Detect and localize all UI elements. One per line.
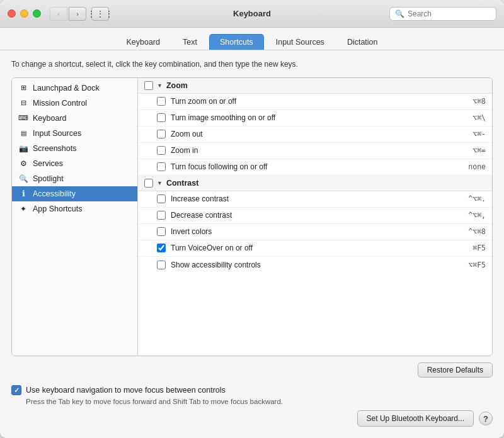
zoom-in-checkbox[interactable]	[157, 146, 166, 155]
main-window: ‹ › ⋮⋮⋮ Keyboard 🔍 Keyboard Text Shortcu…	[0, 0, 504, 438]
zoom-group-checkbox[interactable]	[144, 81, 153, 90]
keyboard-nav-sublabel: Press the Tab key to move focus forward …	[11, 398, 493, 405]
zoom-group-label: Zoom	[166, 81, 188, 90]
sidebar-item-keyboard[interactable]: ⌨ Keyboard	[12, 111, 137, 126]
sidebar-item-label: Keyboard	[33, 114, 67, 123]
back-button[interactable]: ‹	[50, 7, 67, 21]
titlebar: ‹ › ⋮⋮⋮ Keyboard 🔍	[0, 0, 504, 28]
shortcut-key: ⌥⌘F5	[468, 261, 486, 269]
contrast-group-checkbox[interactable]	[144, 179, 153, 188]
keyboard-nav-label: Use keyboard navigation to move focus be…	[26, 386, 226, 395]
search-box[interactable]: 🔍	[389, 7, 496, 21]
shortcut-key: ⌥⌘\	[472, 113, 486, 122]
shortcut-label: Turn focus following on or off	[171, 162, 462, 171]
help-button[interactable]: ?	[479, 412, 493, 425]
sidebar-item-app-shortcuts[interactable]: ✦ App Shortcuts	[12, 201, 137, 216]
shortcut-label: Turn zoom on or off	[171, 97, 466, 106]
nav-buttons: ‹ ›	[50, 7, 86, 21]
sidebar-item-accessibility[interactable]: ℹ Accessibility	[12, 186, 137, 201]
shortcut-key: ^⌥⌘.	[468, 194, 486, 203]
voiceover-checkbox[interactable]	[157, 244, 166, 252]
zoom-triangle-icon: ▼	[157, 82, 163, 89]
sidebar-item-mission-control[interactable]: ⊟ Mission Control	[12, 96, 137, 111]
shortcut-image-smoothing[interactable]: Turn image smoothing on or off ⌥⌘\	[138, 110, 492, 126]
shortcut-zoom-in[interactable]: Zoom in ⌥⌘=	[138, 143, 492, 159]
search-icon: 🔍	[395, 9, 404, 18]
contrast-group-header[interactable]: ▼ Contrast	[138, 176, 492, 191]
services-icon: ⚙	[18, 159, 28, 169]
sidebar-item-label: Input Sources	[33, 129, 81, 138]
sidebar-item-launchpad[interactable]: ⊞ Launchpad & Dock	[12, 81, 137, 96]
footer: Use keyboard navigation to move focus be…	[11, 380, 493, 432]
sidebar-item-services[interactable]: ⚙ Services	[12, 156, 137, 171]
main-panel: ⊞ Launchpad & Dock ⊟ Mission Control ⌨ K…	[11, 77, 493, 356]
search-input[interactable]	[408, 9, 491, 18]
shortcut-key: ⌥⌘8	[472, 97, 486, 106]
footer-bottom: Set Up Bluetooth Keyboard... ?	[11, 410, 493, 427]
forward-button[interactable]: ›	[69, 7, 86, 21]
sidebar-item-label: Accessibility	[33, 189, 76, 198]
shortcut-label: Zoom out	[171, 130, 466, 138]
shortcuts-panel: ▼ Zoom Turn zoom on or off ⌥⌘8 Turn imag…	[138, 78, 492, 356]
maximize-button[interactable]	[33, 9, 41, 18]
focus-following-checkbox[interactable]	[157, 162, 166, 171]
shortcut-key: ^⌥⌘,	[468, 211, 486, 220]
shortcut-key: ^⌥⌘8	[468, 227, 486, 236]
shortcut-key: none	[468, 162, 486, 171]
sidebar-item-spotlight[interactable]: 🔍 Spotlight	[12, 171, 137, 186]
spotlight-icon: 🔍	[18, 174, 28, 184]
sidebar-item-input-sources[interactable]: ▤ Input Sources	[12, 126, 137, 141]
input-sources-icon: ▤	[18, 128, 28, 138]
shortcut-show-accessibility[interactable]: Show accessibility controls ⌥⌘F5	[138, 257, 492, 273]
sidebar-item-label: Launchpad & Dock	[33, 84, 100, 93]
zoom-group-header[interactable]: ▼ Zoom	[138, 78, 492, 94]
tab-input-sources[interactable]: Input Sources	[265, 34, 335, 50]
screenshots-icon: 📷	[18, 143, 28, 154]
keyboard-nav-row: Use keyboard navigation to move focus be…	[11, 385, 493, 395]
decrease-contrast-checkbox[interactable]	[157, 211, 166, 220]
grid-button[interactable]: ⋮⋮⋮	[91, 7, 109, 21]
close-button[interactable]	[8, 9, 16, 18]
shortcut-label: Turn image smoothing on or off	[171, 113, 466, 122]
shortcut-label: Turn VoiceOver on or off	[171, 244, 466, 252]
shortcut-key: ⌥⌘=	[472, 146, 486, 155]
invert-colors-checkbox[interactable]	[157, 227, 166, 236]
shortcut-turn-zoom[interactable]: Turn zoom on or off ⌥⌘8	[138, 94, 492, 110]
turn-zoom-checkbox[interactable]	[157, 97, 166, 106]
window-title: Keyboard	[233, 9, 271, 18]
minimize-button[interactable]	[20, 9, 28, 18]
increase-contrast-checkbox[interactable]	[157, 194, 166, 203]
sidebar-item-label: Screenshots	[33, 144, 76, 153]
instruction-text: To change a shortcut, select it, click t…	[11, 59, 493, 70]
mission-control-icon: ⊟	[18, 98, 28, 108]
shortcut-label: Decrease contrast	[171, 211, 462, 220]
tab-dictation[interactable]: Dictation	[336, 34, 389, 50]
zoom-out-checkbox[interactable]	[157, 130, 166, 138]
app-shortcuts-icon: ✦	[18, 204, 28, 214]
shortcut-key: ⌘F5	[472, 244, 486, 252]
accessibility-icon: ℹ	[18, 189, 28, 199]
shortcut-focus-following[interactable]: Turn focus following on or off none	[138, 159, 492, 176]
tab-text[interactable]: Text	[172, 34, 208, 50]
contrast-triangle-icon: ▼	[157, 180, 163, 186]
image-smoothing-checkbox[interactable]	[157, 113, 166, 122]
content-area: To change a shortcut, select it, click t…	[0, 50, 504, 438]
show-accessibility-checkbox[interactable]	[157, 261, 166, 269]
shortcut-voiceover[interactable]: Turn VoiceOver on or off ⌘F5	[138, 240, 492, 257]
restore-defaults-button[interactable]: Restore Defaults	[418, 362, 493, 378]
sidebar-item-label: Mission Control	[33, 99, 87, 108]
sidebar: ⊞ Launchpad & Dock ⊟ Mission Control ⌨ K…	[12, 78, 138, 356]
shortcut-key: ⌥⌘-	[472, 130, 486, 138]
tabs-bar: Keyboard Text Shortcuts Input Sources Di…	[0, 28, 504, 50]
shortcut-increase-contrast[interactable]: Increase contrast ^⌥⌘.	[138, 191, 492, 208]
sidebar-item-screenshots[interactable]: 📷 Screenshots	[12, 141, 137, 156]
tab-shortcuts[interactable]: Shortcuts	[209, 34, 264, 50]
shortcut-label: Invert colors	[171, 227, 462, 236]
shortcut-decrease-contrast[interactable]: Decrease contrast ^⌥⌘,	[138, 208, 492, 224]
keyboard-icon: ⌨	[18, 113, 28, 123]
keyboard-nav-checkbox[interactable]	[11, 385, 21, 395]
shortcut-invert-colors[interactable]: Invert colors ^⌥⌘8	[138, 224, 492, 240]
bluetooth-keyboard-button[interactable]: Set Up Bluetooth Keyboard...	[357, 410, 474, 427]
shortcut-zoom-out[interactable]: Zoom out ⌥⌘-	[138, 126, 492, 143]
tab-keyboard[interactable]: Keyboard	[115, 34, 171, 50]
